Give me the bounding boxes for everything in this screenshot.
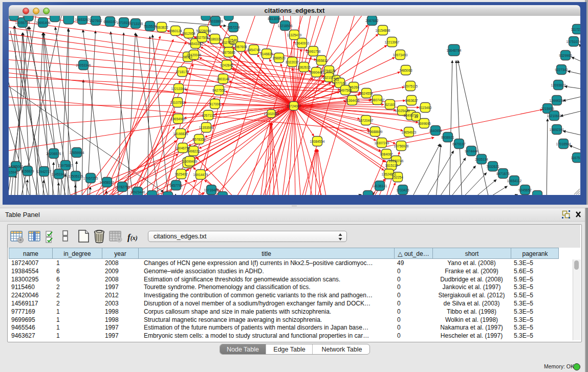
svg-text:16099489: 16099489 bbox=[183, 160, 198, 163]
svg-text:17859964: 17859964 bbox=[70, 151, 84, 155]
svg-text:9457791: 9457791 bbox=[169, 184, 183, 187]
svg-text:12218506: 12218506 bbox=[278, 24, 293, 28]
svg-text:1640954: 1640954 bbox=[429, 129, 442, 133]
svg-text:10654112: 10654112 bbox=[507, 179, 522, 183]
svg-text:17957255: 17957255 bbox=[83, 177, 98, 180]
svg-text:2803144: 2803144 bbox=[216, 77, 230, 81]
svg-text:8427552: 8427552 bbox=[212, 89, 226, 92]
svg-text:15640910: 15640910 bbox=[295, 41, 310, 45]
svg-text:10756928: 10756928 bbox=[394, 144, 409, 148]
svg-text:14285061: 14285061 bbox=[9, 165, 24, 168]
svg-text:252254: 252254 bbox=[392, 176, 403, 179]
svg-text:14136141: 14136141 bbox=[373, 184, 387, 188]
svg-text:9245652: 9245652 bbox=[518, 188, 532, 192]
svg-text:7663822: 7663822 bbox=[155, 26, 168, 29]
svg-text:12923446: 12923446 bbox=[130, 190, 145, 194]
svg-text:16782759: 16782759 bbox=[115, 185, 130, 189]
svg-text:10653267: 10653267 bbox=[75, 18, 90, 21]
svg-text:17016504: 17016504 bbox=[556, 142, 571, 146]
svg-text:19166825: 19166825 bbox=[173, 132, 188, 136]
svg-text:9699695: 9699695 bbox=[418, 122, 431, 125]
svg-text:1362615: 1362615 bbox=[297, 65, 311, 69]
svg-text:15892391: 15892391 bbox=[550, 128, 564, 132]
svg-text:19654923: 19654923 bbox=[402, 130, 417, 134]
svg-text:16210643: 16210643 bbox=[547, 114, 562, 118]
svg-text:1588520: 1588520 bbox=[272, 56, 286, 60]
svg-text:245: 245 bbox=[334, 78, 339, 81]
svg-text:10025433: 10025433 bbox=[395, 109, 410, 113]
svg-text:9329966: 9329966 bbox=[559, 54, 572, 57]
svg-text:3267110: 3267110 bbox=[202, 114, 215, 117]
svg-text:12213364: 12213364 bbox=[171, 87, 186, 91]
svg-text:7625402: 7625402 bbox=[175, 172, 188, 176]
svg-text:3215955: 3215955 bbox=[541, 107, 554, 111]
svg-text:8813054: 8813054 bbox=[268, 17, 281, 20]
svg-text:15751074: 15751074 bbox=[567, 40, 580, 43]
svg-text:1156829: 1156829 bbox=[21, 169, 34, 173]
svg-text:8990448: 8990448 bbox=[310, 71, 323, 74]
svg-text:12975115: 12975115 bbox=[403, 84, 418, 88]
svg-text:12093822: 12093822 bbox=[551, 83, 566, 87]
svg-text:19384554: 19384554 bbox=[310, 140, 325, 143]
svg-text:22420046: 22420046 bbox=[187, 53, 202, 57]
svg-text:23302033: 23302033 bbox=[264, 112, 279, 116]
svg-text:9474444: 9474444 bbox=[465, 149, 478, 153]
svg-text:9327508: 9327508 bbox=[195, 36, 209, 39]
svg-text:16961758: 16961758 bbox=[306, 50, 321, 53]
svg-text:6479197: 6479197 bbox=[452, 142, 466, 146]
svg-text:1117233: 1117233 bbox=[571, 28, 580, 31]
svg-text:2087682: 2087682 bbox=[365, 19, 379, 23]
svg-text:8960124: 8960124 bbox=[169, 29, 182, 33]
svg-text:11353594: 11353594 bbox=[199, 126, 214, 129]
svg-text:8454749: 8454749 bbox=[247, 48, 260, 52]
svg-text:9777169: 9777169 bbox=[333, 81, 346, 85]
svg-text:14055714: 14055714 bbox=[15, 21, 30, 25]
svg-text:21364436: 21364436 bbox=[345, 99, 360, 102]
svg-text:18307249: 18307249 bbox=[375, 141, 389, 145]
svg-text:2935134: 2935134 bbox=[475, 158, 488, 161]
svg-text:3875685: 3875685 bbox=[222, 51, 235, 54]
svg-text:7515524: 7515524 bbox=[143, 25, 157, 28]
svg-text:12505135: 12505135 bbox=[69, 174, 83, 178]
svg-text:9463627: 9463627 bbox=[405, 99, 418, 102]
svg-text:11325419: 11325419 bbox=[287, 33, 302, 37]
svg-text:12942737: 12942737 bbox=[37, 170, 52, 173]
svg-text:20206576: 20206576 bbox=[47, 152, 61, 156]
svg-text:10973493: 10973493 bbox=[393, 53, 408, 57]
svg-text:11451944: 11451944 bbox=[52, 172, 67, 176]
svg-text:10107552: 10107552 bbox=[170, 101, 185, 104]
svg-text:6966160: 6966160 bbox=[103, 20, 117, 24]
svg-text:417006: 417006 bbox=[209, 102, 221, 106]
svg-text:9084067: 9084067 bbox=[380, 152, 393, 156]
svg-text:3915941: 3915941 bbox=[9, 170, 18, 174]
svg-text:16713155: 16713155 bbox=[128, 22, 143, 26]
svg-text:8471676: 8471676 bbox=[496, 172, 510, 176]
svg-text:1733426: 1733426 bbox=[396, 188, 409, 192]
svg-text:10688609: 10688609 bbox=[368, 130, 383, 134]
svg-text:15720407: 15720407 bbox=[359, 119, 374, 122]
svg-text:62160: 62160 bbox=[385, 103, 395, 106]
svg-text:18724007: 18724007 bbox=[287, 104, 301, 108]
svg-text:16033809: 16033809 bbox=[208, 19, 223, 23]
svg-text:9242845: 9242845 bbox=[220, 63, 233, 67]
svg-text:16543392: 16543392 bbox=[188, 42, 203, 46]
svg-text:8322037: 8322037 bbox=[286, 60, 299, 64]
svg-text:12444159: 12444159 bbox=[550, 99, 564, 102]
svg-text:7857224: 7857224 bbox=[227, 26, 240, 29]
svg-text:2967608: 2967608 bbox=[234, 45, 247, 49]
svg-text:19654985: 19654985 bbox=[171, 117, 186, 121]
svg-text:44: 44 bbox=[414, 115, 418, 119]
svg-text:6794028: 6794028 bbox=[322, 69, 336, 73]
svg-text:16914479: 16914479 bbox=[193, 173, 208, 177]
svg-text:1498222: 1498222 bbox=[187, 149, 200, 153]
svg-text:16154808: 16154808 bbox=[376, 29, 390, 32]
svg-text:20053346: 20053346 bbox=[76, 63, 91, 67]
svg-text:10958107: 10958107 bbox=[100, 181, 115, 184]
svg-text:9115460: 9115460 bbox=[419, 106, 432, 110]
svg-text:8186323: 8186323 bbox=[208, 37, 222, 41]
svg-text:10807487: 10807487 bbox=[370, 98, 385, 102]
svg-text:15716485: 15716485 bbox=[204, 188, 219, 192]
svg-text:2546: 2546 bbox=[230, 38, 237, 42]
svg-text:5578352: 5578352 bbox=[192, 138, 206, 141]
svg-text:9146821: 9146821 bbox=[260, 52, 273, 56]
